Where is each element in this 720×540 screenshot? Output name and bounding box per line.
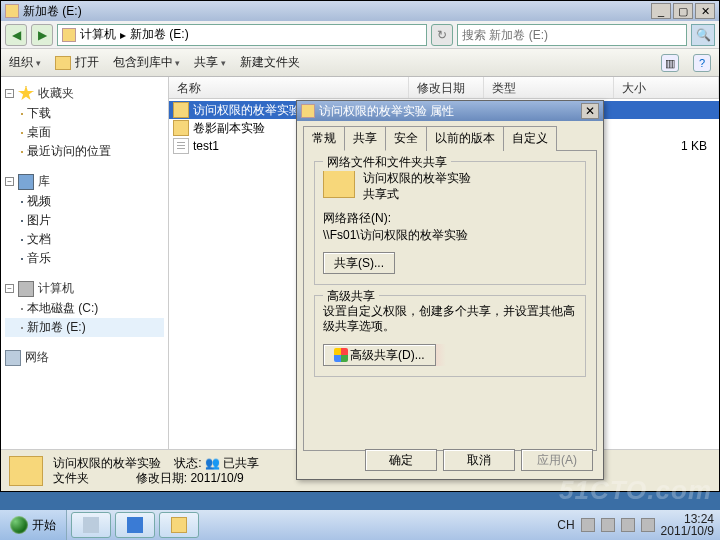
share-menu[interactable]: 共享 xyxy=(194,54,226,71)
tab-general[interactable]: 常规 xyxy=(303,126,345,151)
folder-icon xyxy=(9,456,43,486)
drive-icon xyxy=(21,327,23,329)
tree-item-drive-c[interactable]: 本地磁盘 (C:) xyxy=(5,299,164,318)
tree-item-videos[interactable]: 视频 xyxy=(5,192,164,211)
status-type: 文件夹 xyxy=(53,471,89,485)
tray-icon[interactable] xyxy=(581,518,595,532)
maximize-button[interactable]: ▢ xyxy=(673,3,693,19)
taskbar-item[interactable] xyxy=(159,512,199,538)
tab-security[interactable]: 安全 xyxy=(385,126,427,151)
tab-custom[interactable]: 自定义 xyxy=(503,126,557,151)
tree-item-desktop[interactable]: 桌面 xyxy=(5,123,164,142)
computer-icon xyxy=(18,281,34,297)
window-title: 新加卷 (E:) xyxy=(23,3,651,20)
explorer-icon xyxy=(171,517,187,533)
folder-icon xyxy=(21,151,23,153)
dialog-close-button[interactable]: ✕ xyxy=(581,103,599,119)
tree-item-recent[interactable]: 最近访问的位置 xyxy=(5,142,164,161)
advanced-desc: 设置自定义权限，创建多个共享，并设置其他高级共享选项。 xyxy=(323,304,577,334)
tree-item-downloads[interactable]: 下载 xyxy=(5,104,164,123)
forward-button[interactable]: ▶ xyxy=(31,24,53,46)
folder-icon xyxy=(21,132,23,134)
search-box[interactable] xyxy=(457,24,687,46)
taskbar: 开始 CH 13:24 2011/10/9 xyxy=(0,510,720,540)
tab-sharing[interactable]: 共享 xyxy=(344,126,386,151)
chevron-icon: ▸ xyxy=(120,28,126,42)
status-state: 已共享 xyxy=(223,456,259,470)
tab-previous[interactable]: 以前的版本 xyxy=(426,126,504,151)
col-name[interactable]: 名称 xyxy=(169,77,409,98)
column-headers: 名称 修改日期 类型 大小 xyxy=(169,77,719,99)
titlebar: 新加卷 (E:) _ ▢ ✕ xyxy=(1,1,719,21)
network-path: \\Fs01\访问权限的枚举实验 xyxy=(323,227,577,244)
ok-button[interactable]: 确定 xyxy=(365,449,437,471)
library-icon xyxy=(21,201,23,203)
col-type[interactable]: 类型 xyxy=(484,77,614,98)
taskbar-item[interactable] xyxy=(71,512,111,538)
apply-button[interactable]: 应用(A) xyxy=(521,449,593,471)
shield-icon xyxy=(334,348,348,362)
advanced-share-button[interactable]: 高级共享(D)... xyxy=(323,344,436,366)
library-icon xyxy=(21,239,23,241)
tabs: 常规 共享 安全 以前的版本 自定义 xyxy=(303,125,597,151)
properties-dialog: 访问权限的枚举实验 属性 ✕ 常规 共享 安全 以前的版本 自定义 网络文件和文… xyxy=(296,100,604,480)
file-icon xyxy=(173,138,189,154)
start-orb-icon xyxy=(10,516,28,534)
star-icon xyxy=(18,86,34,102)
view-button[interactable]: ▥ xyxy=(661,54,679,72)
app-icon xyxy=(127,517,143,533)
include-menu[interactable]: 包含到库中 xyxy=(113,54,181,71)
start-button[interactable]: 开始 xyxy=(0,510,67,540)
search-button[interactable]: 🔍 xyxy=(691,24,715,46)
clock[interactable]: 13:24 2011/10/9 xyxy=(661,513,714,537)
close-button[interactable]: ✕ xyxy=(695,3,715,19)
tree-item-pictures[interactable]: 图片 xyxy=(5,211,164,230)
library-icon xyxy=(18,174,34,190)
favorites-header[interactable]: −收藏夹 xyxy=(5,83,164,104)
network-icon xyxy=(5,350,21,366)
tab-body: 网络文件和文件夹共享 访问权限的枚举实验 共享式 网络路径(N): \\Fs01… xyxy=(303,151,597,451)
taskbar-item[interactable] xyxy=(115,512,155,538)
folder-icon xyxy=(173,102,189,118)
status-date: 2011/10/9 xyxy=(190,471,243,485)
search-input[interactable] xyxy=(458,28,686,42)
network-header[interactable]: 网络 xyxy=(5,347,164,368)
back-button[interactable]: ◀ xyxy=(5,24,27,46)
status-name: 访问权限的枚举实验 xyxy=(53,456,161,470)
col-date[interactable]: 修改日期 xyxy=(409,77,484,98)
folder-icon xyxy=(173,120,189,136)
tray-icon[interactable] xyxy=(621,518,635,532)
computer-header[interactable]: −计算机 xyxy=(5,278,164,299)
tree-item-documents[interactable]: 文档 xyxy=(5,230,164,249)
col-size[interactable]: 大小 xyxy=(614,77,719,98)
breadcrumb-current[interactable]: 新加卷 (E:) xyxy=(130,26,189,43)
help-button[interactable]: ? xyxy=(693,54,711,72)
library-icon xyxy=(21,220,23,222)
address-bar[interactable]: 计算机 ▸ 新加卷 (E:) xyxy=(57,24,427,46)
cancel-button[interactable]: 取消 xyxy=(443,449,515,471)
dialog-titlebar: 访问权限的枚举实验 属性 ✕ xyxy=(297,101,603,121)
nav-tree: −收藏夹 下载 桌面 最近访问的位置 −库 视频 图片 文档 音乐 −计算机 本… xyxy=(1,77,169,449)
folder-icon xyxy=(21,113,23,115)
refresh-button[interactable]: ↻ xyxy=(431,24,453,46)
lang-indicator[interactable]: CH xyxy=(557,518,574,532)
libraries-header[interactable]: −库 xyxy=(5,171,164,192)
new-folder-button[interactable]: 新建文件夹 xyxy=(240,54,300,71)
path-label: 网络路径(N): xyxy=(323,210,577,227)
open-button[interactable]: 打开 xyxy=(55,54,99,71)
tree-item-drive-e[interactable]: 新加卷 (E:) xyxy=(5,318,164,337)
toolbar: 组织 打开 包含到库中 共享 新建文件夹 ▥ ? xyxy=(1,49,719,77)
drive-icon xyxy=(21,308,23,310)
organize-menu[interactable]: 组织 xyxy=(9,54,41,71)
shared-folder-icon xyxy=(323,170,355,198)
share-button[interactable]: 共享(S)... xyxy=(323,252,395,274)
shared-state: 共享式 xyxy=(363,186,471,202)
minimize-button[interactable]: _ xyxy=(651,3,671,19)
tray-icon[interactable] xyxy=(641,518,655,532)
nav-row: ◀ ▶ 计算机 ▸ 新加卷 (E:) ↻ 🔍 xyxy=(1,21,719,49)
breadcrumb-root[interactable]: 计算机 xyxy=(80,26,116,43)
tray-icon[interactable] xyxy=(601,518,615,532)
folder-icon xyxy=(62,28,76,42)
drive-icon xyxy=(5,4,19,18)
tree-item-music[interactable]: 音乐 xyxy=(5,249,164,268)
